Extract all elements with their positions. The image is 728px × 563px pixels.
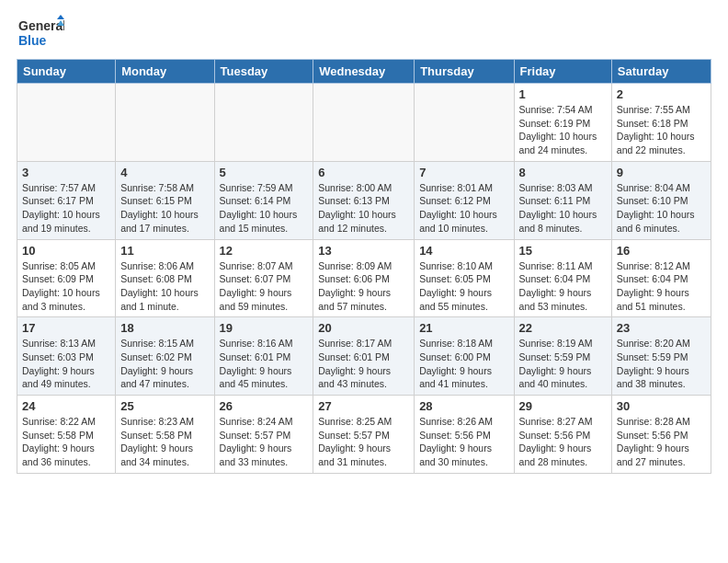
calendar-cell: 20Sunrise: 8:17 AMSunset: 6:01 PMDayligh… bbox=[313, 317, 415, 396]
day-number: 18 bbox=[120, 321, 209, 335]
calendar-cell: 17Sunrise: 8:13 AMSunset: 6:03 PMDayligh… bbox=[17, 317, 116, 396]
day-number: 3 bbox=[22, 166, 110, 179]
calendar-week-row: 3Sunrise: 7:57 AMSunset: 6:17 PMDaylight… bbox=[17, 161, 711, 239]
day-number: 16 bbox=[617, 244, 706, 258]
day-info: Sunrise: 8:11 AMSunset: 6:04 PMDaylight:… bbox=[519, 259, 607, 314]
day-info: Sunrise: 7:59 AMSunset: 6:14 PMDaylight:… bbox=[220, 181, 309, 236]
day-info: Sunrise: 8:03 AMSunset: 6:11 PMDaylight:… bbox=[519, 181, 607, 236]
day-info: Sunrise: 8:22 AMSunset: 5:58 PMDaylight:… bbox=[22, 415, 110, 469]
calendar-cell bbox=[116, 84, 214, 162]
day-info: Sunrise: 8:18 AMSunset: 6:00 PMDaylight:… bbox=[419, 337, 508, 391]
day-number: 23 bbox=[617, 321, 706, 335]
calendar-cell bbox=[415, 84, 514, 162]
day-number: 22 bbox=[519, 321, 607, 335]
day-info: Sunrise: 8:10 AMSunset: 6:05 PMDaylight:… bbox=[419, 259, 508, 314]
day-info: Sunrise: 7:58 AMSunset: 6:15 PMDaylight:… bbox=[120, 181, 209, 236]
day-number: 4 bbox=[120, 166, 209, 179]
day-number: 7 bbox=[419, 166, 508, 179]
calendar-cell: 7Sunrise: 8:01 AMSunset: 6:12 PMDaylight… bbox=[415, 161, 514, 239]
day-number: 30 bbox=[617, 399, 706, 413]
day-number: 17 bbox=[22, 321, 110, 335]
day-number: 27 bbox=[318, 399, 409, 413]
day-number: 19 bbox=[220, 321, 309, 335]
day-number: 2 bbox=[617, 87, 706, 101]
svg-marker-2 bbox=[57, 15, 64, 19]
day-info: Sunrise: 8:16 AMSunset: 6:01 PMDaylight:… bbox=[220, 337, 309, 391]
day-number: 26 bbox=[220, 399, 309, 413]
calendar-cell: 9Sunrise: 8:04 AMSunset: 6:10 PMDaylight… bbox=[611, 161, 711, 239]
calendar-cell: 21Sunrise: 8:18 AMSunset: 6:00 PMDayligh… bbox=[415, 317, 514, 396]
calendar-cell: 18Sunrise: 8:15 AMSunset: 6:02 PMDayligh… bbox=[116, 317, 214, 396]
calendar-cell: 3Sunrise: 7:57 AMSunset: 6:17 PMDaylight… bbox=[17, 161, 116, 239]
day-number: 15 bbox=[519, 244, 607, 258]
calendar-day-header: Tuesday bbox=[214, 60, 313, 84]
calendar-day-header: Sunday bbox=[17, 60, 116, 84]
day-number: 5 bbox=[220, 166, 309, 179]
calendar-cell: 11Sunrise: 8:06 AMSunset: 6:08 PMDayligh… bbox=[116, 239, 214, 317]
day-info: Sunrise: 8:04 AMSunset: 6:10 PMDaylight:… bbox=[617, 181, 706, 236]
calendar-cell: 1Sunrise: 7:54 AMSunset: 6:19 PMDaylight… bbox=[514, 84, 611, 162]
day-number: 14 bbox=[419, 244, 508, 258]
calendar-table: SundayMondayTuesdayWednesdayThursdayFrid… bbox=[17, 59, 711, 474]
day-info: Sunrise: 8:25 AMSunset: 5:57 PMDaylight:… bbox=[318, 415, 409, 469]
day-info: Sunrise: 8:01 AMSunset: 6:12 PMDaylight:… bbox=[419, 181, 508, 236]
calendar-cell bbox=[214, 84, 313, 162]
day-info: Sunrise: 7:57 AMSunset: 6:17 PMDaylight:… bbox=[22, 181, 110, 236]
calendar-cell bbox=[313, 84, 415, 162]
day-info: Sunrise: 8:07 AMSunset: 6:07 PMDaylight:… bbox=[220, 259, 309, 314]
logo-svg: GeneralBlue bbox=[18, 15, 64, 52]
day-number: 9 bbox=[617, 166, 706, 179]
calendar-cell: 4Sunrise: 7:58 AMSunset: 6:15 PMDaylight… bbox=[116, 161, 214, 239]
day-number: 8 bbox=[519, 166, 607, 179]
calendar-cell: 6Sunrise: 8:00 AMSunset: 6:13 PMDaylight… bbox=[313, 161, 415, 239]
calendar-day-header: Saturday bbox=[611, 60, 711, 84]
day-number: 25 bbox=[120, 399, 209, 413]
calendar-cell: 25Sunrise: 8:23 AMSunset: 5:58 PMDayligh… bbox=[116, 396, 214, 474]
calendar-header-row: SundayMondayTuesdayWednesdayThursdayFrid… bbox=[17, 60, 711, 84]
calendar-cell: 19Sunrise: 8:16 AMSunset: 6:01 PMDayligh… bbox=[214, 317, 313, 396]
calendar-cell: 29Sunrise: 8:27 AMSunset: 5:56 PMDayligh… bbox=[514, 396, 611, 474]
calendar-week-row: 1Sunrise: 7:54 AMSunset: 6:19 PMDaylight… bbox=[17, 84, 711, 162]
calendar-cell bbox=[17, 84, 116, 162]
day-info: Sunrise: 8:24 AMSunset: 5:57 PMDaylight:… bbox=[220, 415, 309, 469]
day-info: Sunrise: 7:55 AMSunset: 6:18 PMDaylight:… bbox=[617, 103, 706, 157]
day-info: Sunrise: 8:19 AMSunset: 5:59 PMDaylight:… bbox=[519, 337, 607, 391]
logo: GeneralBlue bbox=[18, 15, 64, 52]
day-info: Sunrise: 8:15 AMSunset: 6:02 PMDaylight:… bbox=[120, 337, 209, 391]
calendar-cell: 10Sunrise: 8:05 AMSunset: 6:09 PMDayligh… bbox=[17, 239, 116, 317]
day-number: 13 bbox=[318, 244, 409, 258]
day-info: Sunrise: 8:27 AMSunset: 5:56 PMDaylight:… bbox=[519, 415, 607, 469]
day-info: Sunrise: 8:28 AMSunset: 5:56 PMDaylight:… bbox=[617, 415, 706, 469]
day-number: 21 bbox=[419, 321, 508, 335]
calendar-cell: 16Sunrise: 8:12 AMSunset: 6:04 PMDayligh… bbox=[611, 239, 711, 317]
calendar-cell: 23Sunrise: 8:20 AMSunset: 5:59 PMDayligh… bbox=[611, 317, 711, 396]
svg-text:Blue: Blue bbox=[18, 33, 47, 48]
calendar-day-header: Wednesday bbox=[313, 60, 415, 84]
day-info: Sunrise: 8:23 AMSunset: 5:58 PMDaylight:… bbox=[120, 415, 209, 469]
day-info: Sunrise: 8:06 AMSunset: 6:08 PMDaylight:… bbox=[120, 259, 209, 314]
calendar-cell: 8Sunrise: 8:03 AMSunset: 6:11 PMDaylight… bbox=[514, 161, 611, 239]
day-number: 28 bbox=[419, 399, 508, 413]
calendar-week-row: 24Sunrise: 8:22 AMSunset: 5:58 PMDayligh… bbox=[17, 396, 711, 474]
calendar-cell: 12Sunrise: 8:07 AMSunset: 6:07 PMDayligh… bbox=[214, 239, 313, 317]
calendar-day-header: Monday bbox=[116, 60, 214, 84]
page-header: GeneralBlue bbox=[0, 0, 728, 59]
day-info: Sunrise: 8:17 AMSunset: 6:01 PMDaylight:… bbox=[318, 337, 409, 391]
calendar-day-header: Friday bbox=[514, 60, 611, 84]
calendar-cell: 28Sunrise: 8:26 AMSunset: 5:56 PMDayligh… bbox=[415, 396, 514, 474]
calendar-week-row: 17Sunrise: 8:13 AMSunset: 6:03 PMDayligh… bbox=[17, 317, 711, 396]
day-info: Sunrise: 8:00 AMSunset: 6:13 PMDaylight:… bbox=[318, 181, 409, 236]
day-info: Sunrise: 8:09 AMSunset: 6:06 PMDaylight:… bbox=[318, 259, 409, 314]
day-number: 12 bbox=[220, 244, 309, 258]
day-info: Sunrise: 8:13 AMSunset: 6:03 PMDaylight:… bbox=[22, 337, 110, 391]
day-info: Sunrise: 8:05 AMSunset: 6:09 PMDaylight:… bbox=[22, 259, 110, 314]
day-number: 11 bbox=[120, 244, 209, 258]
calendar-cell: 2Sunrise: 7:55 AMSunset: 6:18 PMDaylight… bbox=[611, 84, 711, 162]
calendar-cell: 13Sunrise: 8:09 AMSunset: 6:06 PMDayligh… bbox=[313, 239, 415, 317]
calendar-cell: 15Sunrise: 8:11 AMSunset: 6:04 PMDayligh… bbox=[514, 239, 611, 317]
day-number: 24 bbox=[22, 399, 110, 413]
calendar-cell: 5Sunrise: 7:59 AMSunset: 6:14 PMDaylight… bbox=[214, 161, 313, 239]
day-number: 20 bbox=[318, 321, 409, 335]
calendar-week-row: 10Sunrise: 8:05 AMSunset: 6:09 PMDayligh… bbox=[17, 239, 711, 317]
day-info: Sunrise: 8:26 AMSunset: 5:56 PMDaylight:… bbox=[419, 415, 508, 469]
